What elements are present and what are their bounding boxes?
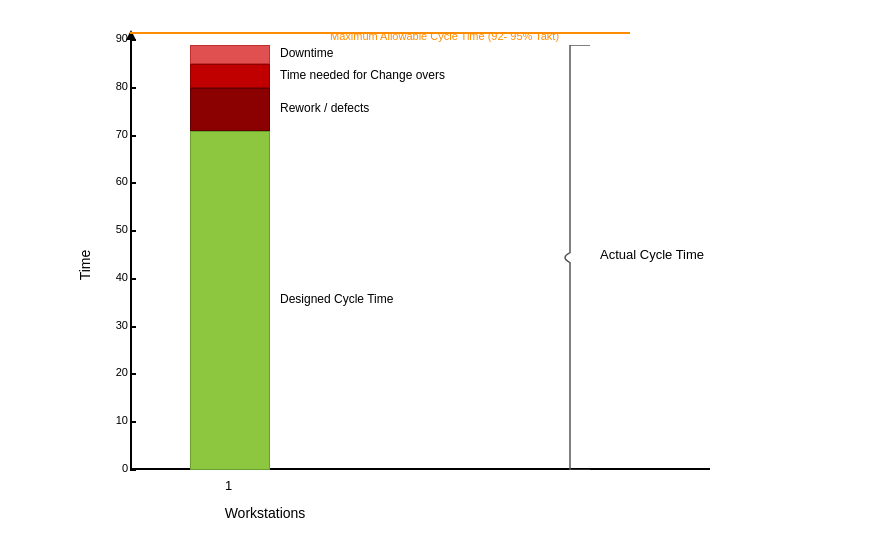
chart-area: 0102030405060708090 Maximum Allowable Cy… xyxy=(130,40,710,470)
workstation-number: 1 xyxy=(225,478,232,493)
max-cycle-time-label: Maximum Allowable Cycle Time (92- 95% Ta… xyxy=(330,30,559,42)
y-tick-0: 0 xyxy=(130,469,136,471)
y-tick-label-50: 50 xyxy=(103,223,128,235)
label-designed-cycle-time: Designed Cycle Time xyxy=(280,292,393,306)
label-downtime: Downtime xyxy=(280,46,333,60)
y-tick-label-70: 70 xyxy=(103,128,128,140)
y-tick-20: 20 xyxy=(130,373,136,375)
label-rework: Rework / defects xyxy=(280,101,369,115)
y-tick-30: 30 xyxy=(130,326,136,328)
actual-cycle-time-bracket xyxy=(560,45,595,470)
bar-designed-cycle-time xyxy=(190,131,270,470)
bar-rework-defects xyxy=(190,88,270,131)
y-tick-70: 70 xyxy=(130,135,136,137)
y-tick-label-80: 80 xyxy=(103,80,128,92)
y-tick-label-60: 60 xyxy=(103,175,128,187)
y-axis xyxy=(130,40,132,470)
y-axis-label: Time xyxy=(77,250,93,281)
actual-cycle-time-label: Actual Cycle Time xyxy=(600,247,704,262)
y-tick-10: 10 xyxy=(130,421,136,423)
x-axis-label: Workstations xyxy=(190,505,340,521)
y-tick-90: 90 xyxy=(130,39,136,41)
y-tick-label-10: 10 xyxy=(103,414,128,426)
y-tick-label-20: 20 xyxy=(103,366,128,378)
y-tick-60: 60 xyxy=(130,182,136,184)
label-change-overs: Time needed for Change overs xyxy=(280,68,445,82)
chart-container: Time 0102030405060708090 Maximum Allowab… xyxy=(60,20,810,510)
y-tick-40: 40 xyxy=(130,278,136,280)
y-tick-label-0: 0 xyxy=(103,462,128,474)
bar-change-overs xyxy=(190,64,270,88)
bar-downtime xyxy=(190,45,270,64)
y-tick-50: 50 xyxy=(130,230,136,232)
y-tick-label-30: 30 xyxy=(103,319,128,331)
y-tick-label-90: 90 xyxy=(103,32,128,44)
y-tick-label-40: 40 xyxy=(103,271,128,283)
y-tick-80: 80 xyxy=(130,87,136,89)
